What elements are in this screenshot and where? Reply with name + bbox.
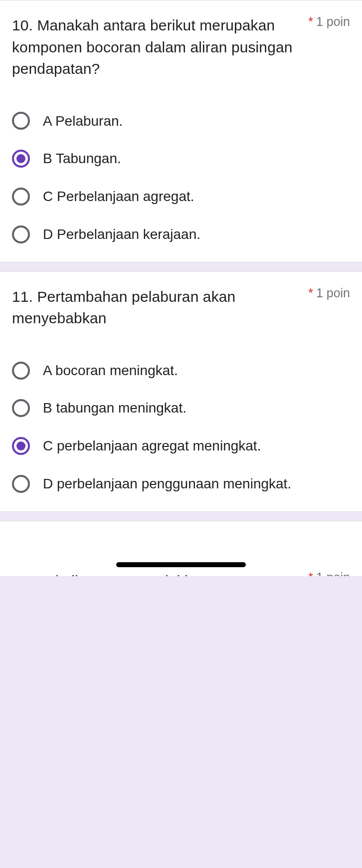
option-d[interactable]: D perbelanjaan penggunaan meningkat. <box>12 474 350 493</box>
points-value: 1 poin <box>316 14 350 29</box>
question-text: 12. Pekali yang menunjukkan <box>12 570 302 576</box>
option-label: B Tabungan. <box>43 149 121 168</box>
option-label: A Pelaburan. <box>43 112 123 131</box>
option-a[interactable]: A Pelaburan. <box>12 112 350 131</box>
question-text: 11. Pertambahan pelaburan akan menyebabk… <box>12 286 302 329</box>
points-value: 1 poin <box>316 286 350 300</box>
option-label: D Perbelanjaan kerajaan. <box>43 225 200 244</box>
option-b[interactable]: B Tabungan. <box>12 149 350 168</box>
home-indicator <box>116 562 246 567</box>
option-b[interactable]: B tabungan meningkat. <box>12 399 350 418</box>
option-label: B tabungan meningkat. <box>43 399 186 418</box>
option-d[interactable]: D Perbelanjaan kerajaan. <box>12 225 350 244</box>
option-a[interactable]: A bocoran meningkat. <box>12 361 350 380</box>
question-header: 11. Pertambahan pelaburan akan menyebabk… <box>12 286 350 329</box>
options-group: A bocoran meningkat. B tabungan meningka… <box>12 361 350 493</box>
required-asterisk: * <box>308 15 313 28</box>
option-c[interactable]: C perbelanjaan agregat meningkat. <box>12 436 350 455</box>
points-value: 1 poin <box>316 570 350 576</box>
radio-icon <box>12 362 30 380</box>
radio-icon <box>12 188 30 206</box>
radio-icon <box>12 225 30 243</box>
radio-icon <box>12 437 30 455</box>
points-label: * 1 poin <box>308 286 350 300</box>
required-asterisk: * <box>308 287 313 299</box>
radio-icon <box>12 112 30 130</box>
option-label: D perbelanjaan penggunaan meningkat. <box>43 474 291 493</box>
option-label: A bocoran meningkat. <box>43 361 178 380</box>
question-card: 11. Pertambahan pelaburan akan menyebabk… <box>0 271 362 512</box>
question-card-peek: 12. Pekali yang menunjukkan * 1 poin <box>0 521 362 576</box>
points-label: * 1 poin <box>308 14 350 29</box>
radio-icon <box>12 150 30 168</box>
question-header: 12. Pekali yang menunjukkan * 1 poin <box>0 570 362 576</box>
question-card: 10. Manakah antara berikut merupakan kom… <box>0 0 362 262</box>
radio-icon <box>12 399 30 417</box>
option-c[interactable]: C Perbelanjaan agregat. <box>12 187 350 206</box>
question-text: 10. Manakah antara berikut merupakan kom… <box>12 14 302 80</box>
options-group: A Pelaburan. B Tabungan. C Perbelanjaan … <box>12 112 350 244</box>
option-label: C Perbelanjaan agregat. <box>43 187 194 206</box>
option-label: C perbelanjaan agregat meningkat. <box>43 436 261 455</box>
required-asterisk: * <box>308 571 313 576</box>
points-label: * 1 poin <box>308 570 350 576</box>
question-header: 10. Manakah antara berikut merupakan kom… <box>12 14 350 80</box>
radio-icon <box>12 475 30 493</box>
